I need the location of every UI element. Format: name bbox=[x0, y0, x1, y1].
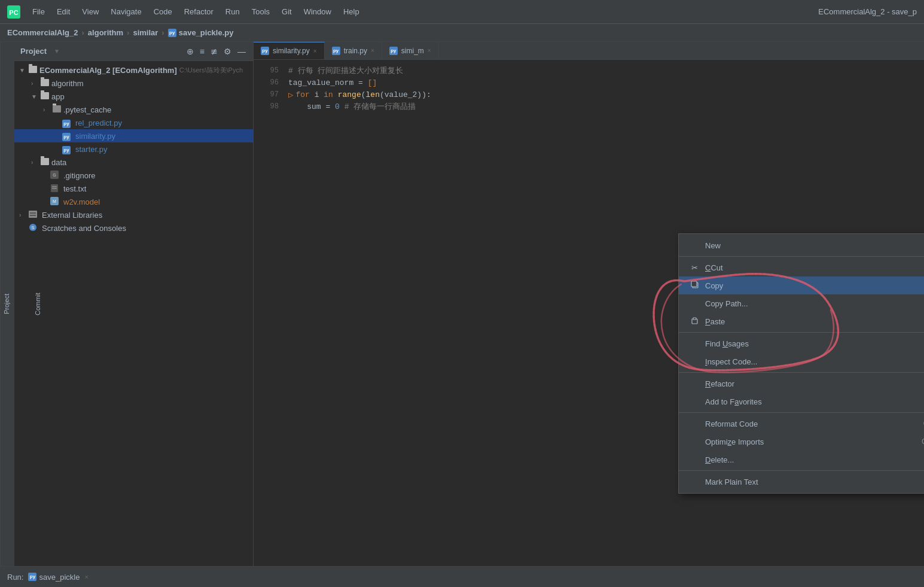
breadcrumb-algorithm[interactable]: algorithm bbox=[88, 28, 123, 37]
tab-train-close[interactable]: × bbox=[371, 47, 374, 54]
tree-label-test: test.txt bbox=[63, 184, 86, 193]
tree-item-extlibs[interactable]: › External Libraries bbox=[14, 208, 253, 221]
tree-item-app[interactable]: ▼ app bbox=[14, 90, 253, 103]
menu-window[interactable]: Window bbox=[299, 5, 336, 19]
editor-area: py similarity.py × py train.py × py simi… bbox=[254, 42, 924, 566]
svg-rect-15 bbox=[691, 281, 697, 287]
tab-train[interactable]: py train.py × bbox=[325, 42, 382, 59]
pyfile-icon-starter: py bbox=[62, 144, 71, 154]
extlibs-icon bbox=[29, 211, 37, 220]
tree-arrow-algorithm: › bbox=[31, 80, 41, 87]
tree-item-similarity[interactable]: py similarity.py bbox=[14, 129, 253, 142]
ctx-item-mark-plain[interactable]: Mark Plain Text bbox=[679, 473, 924, 491]
panel-collapse-btn[interactable]: ≡ bbox=[199, 45, 206, 57]
ctx-reformat-label: Reformat Code bbox=[705, 419, 923, 428]
ctx-item-paste[interactable]: Paste Ctrl+V bbox=[679, 312, 924, 330]
menu-navigate[interactable]: Navigate bbox=[106, 5, 146, 19]
ctx-item-delete[interactable]: Delete... Delete bbox=[679, 451, 924, 469]
code-line-98: 98 sum = 0 # 存储每一行商品描 bbox=[254, 101, 924, 112]
ctx-item-inspect[interactable]: Inspect Code... bbox=[679, 352, 924, 370]
tree-arrow-data: › bbox=[31, 159, 41, 166]
menu-help[interactable]: Help bbox=[339, 5, 364, 19]
tab-simi[interactable]: py simi_m × bbox=[382, 42, 439, 59]
ctx-favorites-label: Add to Favorites bbox=[705, 397, 924, 406]
ctx-item-copy[interactable]: Copy Ctrl+C bbox=[679, 276, 924, 294]
editor-tabs: py similarity.py × py train.py × py simi… bbox=[254, 42, 924, 60]
tab-train-icon: py bbox=[332, 47, 340, 55]
folder-icon-root bbox=[29, 66, 37, 75]
tree-label-app: app bbox=[51, 92, 65, 101]
breadcrumb-similar[interactable]: similar bbox=[133, 28, 158, 37]
svg-text:S: S bbox=[31, 225, 34, 230]
tree-item-data[interactable]: › data bbox=[14, 156, 253, 169]
panel-locate-btn[interactable]: ⊕ bbox=[185, 45, 195, 57]
panel-dropdown-icon[interactable]: ▼ bbox=[54, 48, 60, 54]
sidebar-label-project[interactable]: Project bbox=[3, 294, 10, 314]
pyfile-icon-similarity: py bbox=[62, 131, 71, 141]
run-close-btn[interactable]: × bbox=[84, 573, 88, 580]
ctx-item-optimize[interactable]: Optimize Imports Ctrl+Alt+O bbox=[679, 433, 924, 451]
tab-simi-close[interactable]: × bbox=[428, 47, 431, 54]
menu-tools[interactable]: Tools bbox=[247, 5, 275, 19]
menu-edit[interactable]: Edit bbox=[52, 5, 75, 19]
panel-settings-btn[interactable]: ⚙ bbox=[222, 45, 233, 57]
ctx-item-find[interactable]: Find Usages Alt+F7 bbox=[679, 334, 924, 352]
tree-item-starter[interactable]: py starter.py bbox=[14, 142, 253, 156]
ctx-item-refactor[interactable]: Refactor ▶ bbox=[679, 375, 924, 393]
svg-text:M: M bbox=[53, 199, 56, 203]
ctx-item-new[interactable]: New ▶ bbox=[679, 236, 924, 254]
sidebar-labels: Project Commit bbox=[0, 42, 14, 566]
ctx-item-reformat[interactable]: Reformat Code Ctrl+Alt+L bbox=[679, 415, 924, 433]
scratch-icon: S bbox=[29, 223, 37, 233]
run-label: Run: bbox=[7, 573, 23, 582]
tab-similarity[interactable]: py similarity.py × bbox=[254, 42, 325, 59]
code-line-95: 95 # 行每 行间距描述大小对重复长 bbox=[254, 65, 924, 77]
run-file-name: save_pickle bbox=[39, 573, 80, 582]
code-line-97: 97 ▷ for i in range(len(value_2)): bbox=[254, 89, 924, 101]
sidebar-label-commit[interactable]: Commit bbox=[34, 293, 41, 315]
tree-label-w2v: w2v.model bbox=[63, 197, 100, 206]
ctx-copy-path-label: Copy Path... bbox=[705, 299, 924, 308]
tab-train-label: train.py bbox=[344, 47, 367, 55]
menu-file[interactable]: File bbox=[28, 5, 50, 19]
ctx-cut-label: CCut bbox=[705, 263, 924, 272]
tab-simi-icon: py bbox=[389, 47, 398, 55]
menu-view[interactable]: View bbox=[77, 5, 103, 19]
ctx-item-cut[interactable]: ✂ CCut Ctrl+X bbox=[679, 258, 924, 276]
panel-header: Project ▼ ⊕ ≡ ≢ ⚙ — bbox=[14, 42, 253, 61]
tree-item-testtxt[interactable]: test.txt bbox=[14, 182, 253, 195]
breadcrumb-file[interactable]: py save_pickle.py bbox=[168, 28, 234, 37]
menu-code[interactable]: Code bbox=[149, 5, 177, 19]
txt-icon bbox=[50, 184, 59, 194]
tree-item-rel-predict[interactable]: py rel_predict.py bbox=[14, 116, 253, 129]
menu-git[interactable]: Git bbox=[277, 5, 297, 19]
menu-run[interactable]: Run bbox=[221, 5, 245, 19]
main-layout: Project Commit Project ▼ ⊕ ≡ ≢ ⚙ — ▼ ECo… bbox=[0, 42, 924, 566]
svg-rect-9 bbox=[29, 211, 37, 218]
ctx-sep-3 bbox=[679, 372, 924, 373]
tree-item-algorithm[interactable]: › algorithm bbox=[14, 77, 253, 90]
ctx-sep-5 bbox=[679, 470, 924, 471]
ctx-item-copy-path[interactable]: Copy Path... bbox=[679, 294, 924, 312]
ctx-inspect-label: Inspect Code... bbox=[705, 357, 924, 366]
tab-similarity-close[interactable]: × bbox=[313, 48, 317, 54]
tree-label-algorithm: algorithm bbox=[51, 79, 83, 88]
tree-label-data: data bbox=[51, 158, 66, 167]
ctx-mark-label: Mark Plain Text bbox=[705, 477, 924, 486]
tree-label-gitignore: .gitignore bbox=[63, 171, 95, 180]
run-file-icon: py bbox=[28, 573, 36, 581]
ctx-sep-1 bbox=[679, 256, 924, 257]
tree-item-root[interactable]: ▼ ECommercialAlg_2 [EComAlgorithm] C:\Us… bbox=[14, 63, 253, 77]
tree-arrow-app: ▼ bbox=[31, 93, 41, 100]
breadcrumb-project[interactable]: ECommercialAlg_2 bbox=[7, 28, 78, 37]
panel-expand-btn[interactable]: ≢ bbox=[209, 45, 219, 57]
menu-refactor[interactable]: Refactor bbox=[179, 5, 218, 19]
gitignore-icon: G bbox=[50, 171, 59, 181]
tree-item-gitignore[interactable]: G .gitignore bbox=[14, 169, 253, 182]
panel-hide-btn[interactable]: — bbox=[236, 45, 247, 57]
folder-icon-pytest bbox=[53, 105, 61, 114]
tree-item-pytest[interactable]: › .pytest_cache bbox=[14, 103, 253, 116]
ctx-item-favorites[interactable]: Add to Favorites ▶ bbox=[679, 393, 924, 410]
tree-item-w2v[interactable]: M w2v.model bbox=[14, 195, 253, 208]
tree-item-scratches[interactable]: S Scratches and Consoles bbox=[14, 221, 253, 235]
